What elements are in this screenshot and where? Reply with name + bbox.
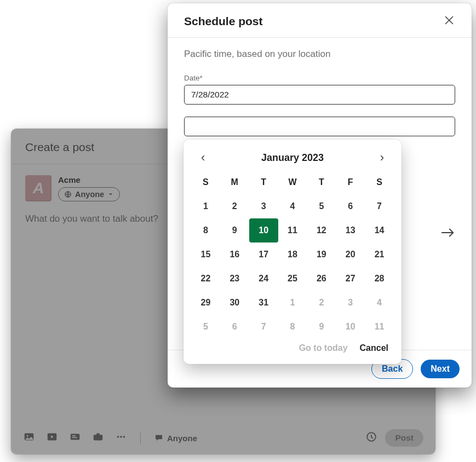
calendar-day[interactable]: 12 xyxy=(307,218,336,242)
date-input[interactable] xyxy=(184,85,455,105)
calendar-day[interactable]: 4 xyxy=(278,194,307,218)
calendar-day: 1 xyxy=(278,291,307,315)
calendar-day[interactable]: 28 xyxy=(365,267,394,291)
calendar-day[interactable]: 13 xyxy=(336,218,365,242)
dow-header: T xyxy=(249,170,278,194)
calendar-day: 3 xyxy=(336,291,365,315)
calendar-day[interactable]: 31 xyxy=(249,291,278,315)
schedule-modal: Schedule post Pacific time, based on you… xyxy=(168,3,472,388)
calendar-day[interactable]: 23 xyxy=(220,267,249,291)
close-button[interactable] xyxy=(443,14,455,28)
calendar-day[interactable]: 3 xyxy=(249,194,278,218)
calendar-day[interactable]: 18 xyxy=(278,242,307,267)
calendar-day[interactable]: 24 xyxy=(249,267,278,291)
dow-header: T xyxy=(307,170,336,194)
calendar-day[interactable]: 5 xyxy=(307,194,336,218)
calendar-day[interactable]: 14 xyxy=(365,218,394,242)
calendar-day[interactable]: 2 xyxy=(220,194,249,218)
calendar-day[interactable]: 15 xyxy=(191,242,220,267)
calendar-day: 9 xyxy=(307,315,336,339)
calendar-day: 8 xyxy=(278,315,307,339)
datepicker-popover: ‹ January 2023 › SMTWTFS1234567891011121… xyxy=(183,140,402,364)
close-icon xyxy=(443,14,455,26)
calendar-day: 11 xyxy=(365,315,394,339)
calendar-day[interactable]: 9 xyxy=(220,218,249,242)
next-month-button[interactable]: › xyxy=(375,151,389,165)
go-to-today-button[interactable]: Go to today xyxy=(299,343,348,353)
dow-header: S xyxy=(365,170,394,194)
dow-header: S xyxy=(191,170,220,194)
calendar-day[interactable]: 17 xyxy=(249,242,278,267)
calendar-day[interactable]: 1 xyxy=(191,194,220,218)
calendar-day: 2 xyxy=(307,291,336,315)
calendar-day: 10 xyxy=(336,315,365,339)
calendar-day[interactable]: 16 xyxy=(220,242,249,267)
prev-month-button[interactable]: ‹ xyxy=(196,151,210,165)
month-year-label: January 2023 xyxy=(261,152,324,164)
timezone-info: Pacific time, based on your location xyxy=(184,49,455,60)
calendar-day[interactable]: 10 xyxy=(249,218,278,242)
calendar-day[interactable]: 7 xyxy=(365,194,394,218)
arrow-right-icon[interactable] xyxy=(441,227,455,240)
calendar-day: 4 xyxy=(365,291,394,315)
calendar-day[interactable]: 6 xyxy=(336,194,365,218)
calendar-day[interactable]: 27 xyxy=(336,267,365,291)
calendar-day[interactable]: 29 xyxy=(191,291,220,315)
modal-title: Schedule post xyxy=(184,15,263,28)
time-input[interactable] xyxy=(184,117,455,136)
dow-header: W xyxy=(278,170,307,194)
dow-header: M xyxy=(220,170,249,194)
datepicker-cancel-button[interactable]: Cancel xyxy=(360,343,388,353)
calendar-day: 7 xyxy=(249,315,278,339)
calendar-day[interactable]: 30 xyxy=(220,291,249,315)
calendar-day[interactable]: 19 xyxy=(307,242,336,267)
calendar-day[interactable]: 26 xyxy=(307,267,336,291)
calendar-day: 6 xyxy=(220,315,249,339)
calendar-day[interactable]: 11 xyxy=(278,218,307,242)
calendar-day: 5 xyxy=(191,315,220,339)
calendar-day[interactable]: 22 xyxy=(191,267,220,291)
dow-header: F xyxy=(336,170,365,194)
next-button[interactable]: Next xyxy=(421,360,460,378)
date-label: Date* xyxy=(184,74,455,82)
calendar-day[interactable]: 21 xyxy=(365,242,394,267)
calendar-day[interactable]: 20 xyxy=(336,242,365,267)
calendar-day[interactable]: 25 xyxy=(278,267,307,291)
calendar-day[interactable]: 8 xyxy=(191,218,220,242)
